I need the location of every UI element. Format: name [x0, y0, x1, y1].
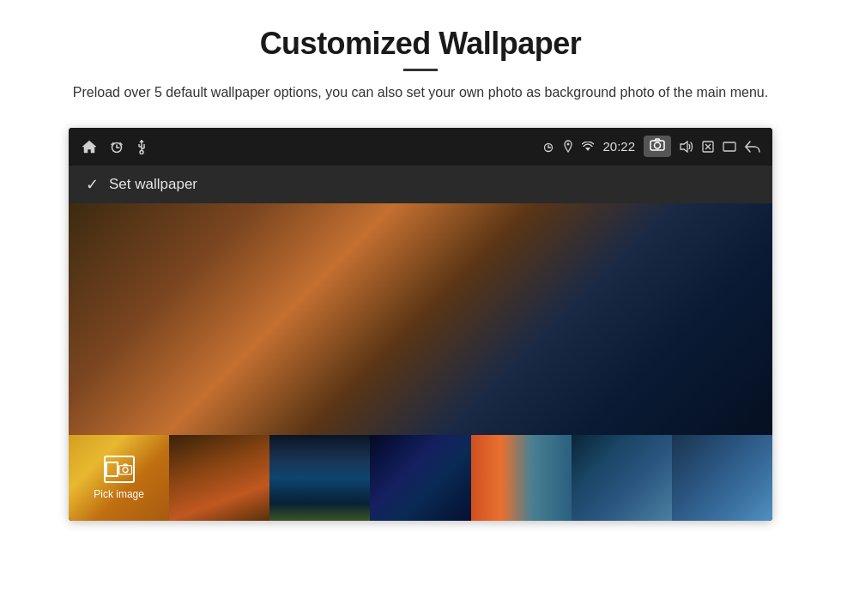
wifi-icon — [582, 142, 594, 152]
page-subtitle: Preload over 5 default wallpaper options… — [73, 82, 768, 104]
svg-point-22 — [124, 467, 129, 472]
page-wrapper: Customized Wallpaper Preload over 5 defa… — [0, 0, 841, 616]
usb-icon — [136, 139, 148, 154]
check-icon: ✓ — [86, 175, 99, 194]
title-section: Customized Wallpaper Preload over 5 defa… — [73, 26, 768, 104]
home-icon — [81, 139, 98, 154]
alarm-icon — [110, 140, 124, 154]
location-icon — [563, 140, 573, 154]
back-icon[interactable] — [745, 141, 760, 153]
page-title: Customized Wallpaper — [73, 26, 768, 62]
close-icon[interactable] — [702, 141, 714, 153]
wallpaper-preview — [69, 203, 772, 435]
wallpaper-thumb-3[interactable] — [370, 435, 470, 521]
pick-image-thumb[interactable]: Pick image — [69, 435, 169, 521]
thumbnail-strip: Pick image — [69, 435, 772, 521]
android-screen: 20:22 — [69, 128, 772, 521]
window-icon[interactable] — [723, 142, 736, 152]
status-bar: 20:22 — [69, 128, 772, 166]
status-left — [81, 139, 148, 154]
status-time: 20:22 — [602, 139, 635, 154]
svg-rect-20 — [723, 142, 735, 151]
volume-icon — [680, 141, 693, 153]
wallpaper-thumb-4[interactable] — [471, 435, 572, 521]
wallpaper-label: Set wallpaper — [109, 176, 197, 193]
svg-point-12 — [567, 142, 570, 145]
camera-active-icon[interactable] — [644, 136, 671, 157]
title-divider — [403, 69, 438, 71]
svg-marker-13 — [585, 148, 590, 151]
svg-point-4 — [140, 150, 143, 154]
wallpaper-thumb-1[interactable] — [169, 435, 269, 521]
wallpaper-thumb-6[interactable] — [672, 435, 772, 521]
wallpaper-thumb-5[interactable] — [572, 435, 672, 521]
alarm-small-icon — [542, 141, 554, 153]
pick-image-icon — [104, 456, 135, 483]
status-right: 20:22 — [542, 136, 760, 157]
svg-point-15 — [655, 142, 661, 148]
wallpaper-thumb-2[interactable] — [269, 435, 370, 521]
pick-image-label: Pick image — [94, 488, 144, 500]
wallpaper-bar: ✓ Set wallpaper — [69, 166, 772, 203]
svg-marker-16 — [681, 142, 687, 152]
svg-rect-21 — [119, 465, 132, 474]
